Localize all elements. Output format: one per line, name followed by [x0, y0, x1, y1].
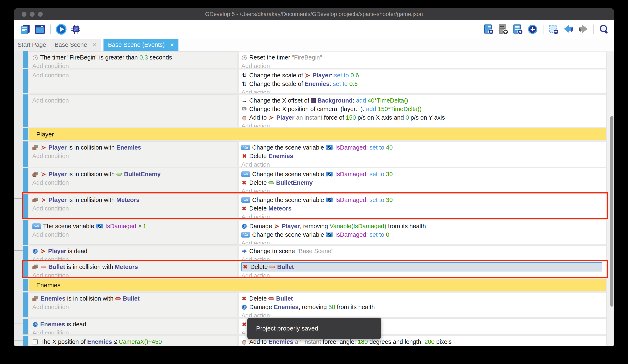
condition-line[interactable]: Enemies is dead: [32, 320, 237, 329]
add-comment-button[interactable]: [512, 23, 524, 35]
play-preview-button[interactable]: [55, 23, 67, 35]
add-action-button[interactable]: Add action: [241, 271, 606, 277]
action-line-selected[interactable]: Delete Bullet: [241, 262, 602, 271]
condition-line[interactable]: Bullet is in collision with Meteors: [32, 263, 237, 271]
action-line[interactable]: Change to scene "Base Scene": [241, 247, 606, 255]
add-condition-button[interactable]: Add condition: [32, 271, 237, 277]
add-condition-button[interactable]: Add condition: [32, 329, 237, 334]
add-condition-button[interactable]: Add condition: [32, 71, 237, 80]
add-action-button[interactable]: Add action: [241, 160, 606, 167]
add-action-button[interactable]: Add action: [241, 311, 606, 317]
text-run: Change the X offset of: [249, 97, 311, 104]
add-condition-button[interactable]: Add condition: [32, 62, 237, 68]
condition-line[interactable]: The X position of Enemies ≤ CameraX()+45…: [32, 338, 237, 346]
scrollbar-thumb[interactable]: [610, 116, 614, 306]
text-run: is in collision with: [67, 144, 116, 151]
debug-button[interactable]: [70, 23, 82, 35]
tab-base-scene[interactable]: Base Scene×: [50, 39, 101, 51]
add-action-button[interactable]: Add action: [241, 122, 606, 127]
condition-line[interactable]: Player is dead: [32, 247, 237, 255]
action-line[interactable]: Change the scale of Enemies: set to 0.6: [241, 80, 606, 88]
action-line[interactable]: Damage Enemies, removing 50 from its hea…: [241, 303, 606, 311]
actions-panel: Reset the timer "FireBegin" Add action: [239, 51, 606, 68]
action-line[interactable]: Damage Player, removing Variable(IsDamag…: [241, 222, 606, 231]
event-drag-bar[interactable]: [23, 246, 28, 260]
condition-line[interactable]: The timer "FireBegin" is greater than 0.…: [32, 53, 237, 62]
action-line[interactable]: Add to Player an instant force of 150 p/…: [241, 113, 606, 122]
add-action-button[interactable]: Add action: [241, 239, 606, 244]
add-condition-button[interactable]: Add condition: [32, 152, 237, 160]
event-drag-bar[interactable]: [23, 51, 28, 68]
condition-line[interactable]: Enemies is in collision with Bullet: [32, 294, 237, 303]
event-drag-bar[interactable]: [23, 279, 28, 291]
event-drag-bar[interactable]: [23, 128, 28, 140]
add-more-button[interactable]: [527, 23, 539, 35]
redo-button[interactable]: [577, 23, 589, 35]
group-label: Enemies: [36, 282, 61, 289]
project-manager-button[interactable]: [20, 23, 31, 35]
add-subevent-button[interactable]: [498, 23, 509, 35]
add-event-button[interactable]: [483, 23, 495, 35]
text-run: 0.6: [349, 80, 358, 87]
add-condition-button[interactable]: Add condition: [32, 255, 237, 260]
search-events-button[interactable]: [598, 23, 610, 35]
scrollbar-track[interactable]: [606, 51, 614, 346]
text-run: from its health: [386, 223, 426, 230]
action-line[interactable]: Delete Enemies: [241, 152, 606, 160]
event-drag-bar[interactable]: [23, 141, 28, 167]
add-action-button[interactable]: Add action: [241, 187, 606, 193]
condition-line[interactable]: Player is in collision with Meteors: [32, 196, 237, 204]
event-drag-bar[interactable]: [23, 94, 28, 127]
undo-button[interactable]: [563, 23, 574, 35]
add-condition-button[interactable]: Add condition: [32, 96, 237, 105]
close-tab-icon[interactable]: ×: [170, 41, 174, 49]
add-condition-button[interactable]: Add condition: [32, 231, 237, 239]
add-action-button[interactable]: Add action: [241, 88, 606, 93]
group-row-enemies[interactable]: Enemies: [14, 279, 614, 291]
event-drag-bar[interactable]: [23, 293, 28, 317]
event-drag-bar[interactable]: [23, 69, 28, 93]
text-run: an instant: [293, 338, 323, 345]
group-row-player[interactable]: Player: [14, 128, 614, 140]
event-drag-bar[interactable]: [23, 319, 28, 334]
add-action-button[interactable]: Add action: [241, 255, 606, 260]
close-tab-icon[interactable]: ×: [92, 41, 96, 49]
text-run: add: [366, 106, 376, 113]
action-line[interactable]: Change the X offset of Background: add 4…: [241, 96, 606, 105]
event-drag-bar[interactable]: [23, 194, 28, 218]
add-condition-button[interactable]: Add condition: [32, 179, 237, 187]
action-line[interactable]: Change the scene variable IsDamaged: set…: [241, 231, 606, 239]
condition-line[interactable]: Player is in collision with Enemies: [32, 143, 237, 152]
text-run: Meteors: [268, 205, 292, 212]
action-line[interactable]: Delete Bullet: [241, 294, 606, 303]
scene-editor-button[interactable]: [34, 23, 46, 35]
action-line[interactable]: Reset the timer "FireBegin": [241, 53, 606, 62]
tab-base-scene-events[interactable]: Base Scene (Events)×: [103, 39, 178, 51]
tab-start-page[interactable]: Start Page: [14, 39, 50, 51]
action-line[interactable]: Change the X position of camera (layer: …: [241, 105, 606, 113]
text-run: :: [366, 231, 369, 238]
delete-selection-button[interactable]: [548, 23, 560, 35]
add-condition-button[interactable]: Add condition: [32, 303, 237, 311]
action-line[interactable]: Change the scene variable IsDamaged: set…: [241, 170, 606, 179]
event-drag-bar[interactable]: [23, 168, 28, 193]
event-drag-bar[interactable]: [23, 220, 28, 244]
text-run: Bullet: [277, 263, 294, 270]
action-line[interactable]: Change the scale of Player: set to 0.6: [241, 71, 606, 80]
text-run: Delete: [249, 153, 268, 160]
condition-line[interactable]: The scene variable IsDamaged ≥ 1: [32, 222, 237, 231]
text-run: set to: [370, 231, 384, 238]
add-action-button[interactable]: Add action: [241, 213, 606, 218]
add-action-button[interactable]: Add action: [241, 62, 606, 68]
text-run: 180: [358, 338, 368, 345]
event-drag-bar[interactable]: [23, 336, 28, 346]
action-line[interactable]: Change the scene variable IsDamaged: set…: [241, 196, 606, 204]
event-row: Player is in collision with Meteors Add …: [14, 194, 614, 218]
text-run: 0: [406, 114, 409, 121]
action-line[interactable]: Delete Meteors: [241, 204, 606, 213]
event-drag-bar[interactable]: [23, 261, 28, 277]
action-line[interactable]: Delete BulletEnemy: [241, 179, 606, 187]
action-line[interactable]: Change the scene variable IsDamaged: set…: [241, 143, 606, 152]
condition-line[interactable]: Player is in collision with BulletEnemy: [32, 170, 237, 179]
add-condition-button[interactable]: Add condition: [32, 204, 237, 213]
